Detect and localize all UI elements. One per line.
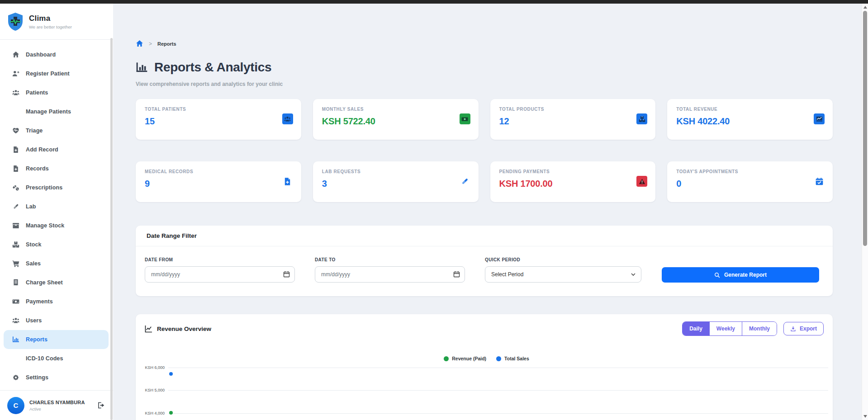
revenue-chart: Revenue (Paid) Total Sales KSH 6,000 KSH… bbox=[136, 343, 833, 420]
sidebar-nav: Dashboard Register Patient Patients Mana… bbox=[0, 40, 113, 387]
sidebar-item-manage-patients[interactable]: Manage Patients bbox=[4, 102, 109, 121]
data-point-revenue-paid[interactable] bbox=[169, 411, 173, 415]
legend-item-revenue-paid[interactable]: Revenue (Paid) bbox=[444, 356, 486, 361]
stat-card-total-patients: TOTAL PATIENTS 15 bbox=[136, 99, 301, 140]
sidebar-item-patients[interactable]: Patients bbox=[4, 83, 109, 102]
date-to-input[interactable] bbox=[315, 267, 465, 282]
y-tick-5000: KSH 5,000 bbox=[145, 388, 165, 392]
money-bill-icon bbox=[460, 113, 470, 124]
vial-icon bbox=[460, 176, 470, 187]
stat-card-lab-requests: LAB REQUESTS 3 bbox=[313, 161, 479, 202]
date-from-label: DATE FROM bbox=[145, 257, 295, 262]
users-icon bbox=[12, 89, 20, 97]
legend-item-total-sales[interactable]: Total Sales bbox=[496, 356, 529, 361]
data-point-total-sales[interactable] bbox=[169, 372, 173, 376]
sidebar-item-triage[interactable]: Triage bbox=[4, 121, 109, 140]
sidebar-item-icd10-codes[interactable]: ICD-10 Codes bbox=[4, 349, 109, 368]
brand: Clima We are better together bbox=[0, 4, 113, 40]
sidebar-item-lab[interactable]: Lab bbox=[4, 197, 109, 216]
chart-line-icon bbox=[814, 113, 825, 124]
y-tick-6000: KSH 6,000 bbox=[145, 365, 165, 370]
file-plus-icon bbox=[12, 146, 20, 154]
sidebar-item-users[interactable]: Users bbox=[4, 311, 109, 330]
chart-bar-icon bbox=[12, 335, 20, 344]
download-icon bbox=[790, 326, 796, 332]
chart-plot-area: KSH 6,000 KSH 5,000 KSH 4,000 bbox=[168, 368, 828, 420]
chart-line-icon bbox=[145, 325, 152, 333]
sidebar-item-sales[interactable]: Sales bbox=[4, 254, 109, 273]
logout-icon[interactable] bbox=[97, 401, 105, 409]
sidebar-item-prescriptions[interactable]: Prescriptions bbox=[4, 178, 109, 197]
date-range-filter-card: Date Range Filter DATE FROM DATE TO QUIC… bbox=[136, 226, 833, 296]
date-from-input[interactable] bbox=[145, 267, 294, 282]
filter-body: DATE FROM DATE TO QUICK PERIOD Select Pe… bbox=[136, 246, 833, 296]
chevron-down-icon bbox=[631, 273, 636, 276]
file-plus-icon bbox=[12, 165, 20, 173]
sidebar-item-stock[interactable]: Stock bbox=[4, 235, 109, 254]
date-from-field[interactable] bbox=[145, 266, 295, 283]
sidebar: Clima We are better together Dashboard R… bbox=[0, 4, 113, 420]
revenue-title: Revenue Overview bbox=[145, 325, 211, 333]
page-title: Reports & Analytics bbox=[136, 60, 833, 75]
stat-card-total-revenue: TOTAL REVENUE KSH 4022.40 bbox=[667, 99, 833, 140]
stat-card-monthly-sales: MONTHLY SALES KSH 5722.40 bbox=[313, 99, 479, 140]
scrollbar-thumb[interactable] bbox=[863, 11, 867, 246]
app-tagline: We are better together bbox=[29, 24, 72, 29]
sidebar-item-add-record[interactable]: Add Record bbox=[4, 140, 109, 159]
users-icon bbox=[282, 113, 293, 124]
breadcrumb: > Reports bbox=[136, 40, 833, 47]
chart-legend: Revenue (Paid) Total Sales bbox=[145, 356, 828, 361]
scrollbar-up-arrow-icon[interactable] bbox=[863, 6, 867, 9]
monthly-button[interactable]: Monthly bbox=[742, 322, 777, 335]
user-profile: C CHARLES NYAMBURA Active bbox=[0, 390, 113, 420]
no-icon bbox=[12, 354, 20, 363]
money-bill-icon bbox=[12, 297, 20, 306]
box-icon bbox=[12, 222, 20, 230]
avatar: C bbox=[7, 397, 24, 414]
scrollbar-down-arrow-icon[interactable] bbox=[863, 415, 867, 418]
date-to-field[interactable] bbox=[315, 266, 465, 283]
gridline-4000: KSH 4,000 bbox=[168, 413, 828, 414]
home-icon[interactable] bbox=[136, 40, 143, 47]
sidebar-item-register-patient[interactable]: Register Patient bbox=[4, 64, 109, 83]
boxes-stacked-icon bbox=[12, 241, 20, 249]
users-icon bbox=[12, 316, 20, 325]
export-button[interactable]: Export bbox=[783, 322, 824, 335]
vial-icon bbox=[12, 203, 20, 211]
breadcrumb-current: Reports bbox=[157, 41, 176, 47]
stat-card-todays-appointments: TODAY'S APPOINTMENTS 0 bbox=[667, 161, 833, 202]
sidebar-item-reports[interactable]: Reports bbox=[4, 330, 109, 349]
sidebar-item-charge-sheet[interactable]: Charge Sheet bbox=[4, 273, 109, 292]
daily-button[interactable]: Daily bbox=[683, 322, 709, 335]
chart-column-icon bbox=[136, 61, 148, 74]
sidebar-item-manage-stock[interactable]: Manage Stock bbox=[4, 216, 109, 235]
stat-card-total-products: TOTAL PRODUCTS 12 bbox=[490, 99, 656, 140]
page-subtitle: View comprehensive reports and analytics… bbox=[136, 81, 833, 87]
stat-card-pending-payments: PENDING PAYMENTS KSH 1700.00 bbox=[490, 161, 656, 202]
user-plus-icon bbox=[12, 70, 20, 78]
gridline-6000: KSH 6,000 bbox=[168, 368, 828, 368]
sidebar-item-payments[interactable]: Payments bbox=[4, 292, 109, 311]
receipt-icon bbox=[12, 278, 20, 287]
legend-dot-green bbox=[444, 356, 449, 361]
heart-pulse-icon bbox=[12, 127, 20, 135]
weekly-button[interactable]: Weekly bbox=[709, 322, 742, 335]
y-tick-4000: KSH 4,000 bbox=[145, 411, 165, 415]
vertical-scrollbar[interactable] bbox=[862, 4, 868, 420]
sidebar-item-settings[interactable]: Settings bbox=[4, 368, 109, 387]
sidebar-scrollbar-thumb[interactable] bbox=[110, 38, 113, 420]
clinic-shield-logo-icon bbox=[7, 12, 24, 31]
triangle-exclamation-icon bbox=[636, 176, 647, 187]
quick-period-select[interactable]: Select Period bbox=[485, 266, 641, 283]
calendar-check-icon bbox=[814, 176, 825, 187]
generate-report-button[interactable]: Generate Report bbox=[662, 267, 819, 283]
sidebar-item-dashboard[interactable]: Dashboard bbox=[4, 45, 109, 64]
home-icon bbox=[12, 51, 20, 59]
user-name: CHARLES NYAMBURA bbox=[29, 400, 85, 405]
filter-title: Date Range Filter bbox=[147, 232, 197, 239]
user-status: Active bbox=[29, 406, 85, 411]
top-black-bar bbox=[0, 0, 868, 4]
search-icon bbox=[714, 272, 720, 278]
stat-cards-row-2: MEDICAL RECORDS 9 LAB REQUESTS 3 PENDING… bbox=[136, 161, 833, 202]
sidebar-item-records[interactable]: Records bbox=[4, 159, 109, 178]
